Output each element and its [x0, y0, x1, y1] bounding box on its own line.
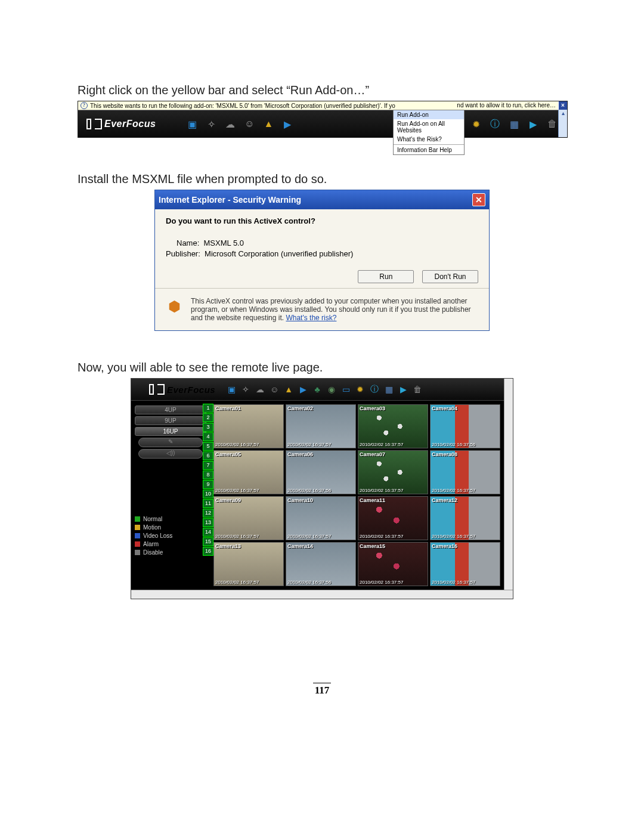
dialog-question: Do you want to run this ActiveX control?: [166, 216, 478, 225]
camera-tile[interactable]: Camera152010/02/02 16:37:57: [358, 542, 428, 586]
channel-12-button[interactable]: 12: [203, 509, 213, 518]
camera-tile[interactable]: Camera032010/02/02 16:37:57: [358, 404, 428, 448]
dont-run-button[interactable]: Don't Run: [422, 270, 478, 283]
monitor-icon[interactable]: ▭: [340, 384, 351, 395]
bell-icon[interactable]: ▲: [283, 384, 294, 395]
channel-3-button[interactable]: 3: [203, 423, 213, 432]
screenshot-live-page: EverFocus ▣ ✧ ☁ ☺ ▲ ▶ ♣ ◉ ▭ ✹ ⓘ ▦ ▶ 🗑 4U…: [131, 378, 513, 599]
camera-tile[interactable]: Camera132010/02/02 16:37:57: [213, 542, 284, 586]
close-icon[interactable]: ×: [558, 101, 567, 110]
cloud-icon[interactable]: ☁: [224, 117, 237, 131]
everfocus-logo: EverFocus: [149, 384, 215, 395]
publisher-value: Microsoft Corporation (unverified publis…: [205, 249, 353, 258]
everfocus-toolbar: EverFocus ▣ ✧ ☁ ☺ ▲ ▶ ✹ ⓘ ▦ ▶ 🗑: [78, 110, 567, 138]
legend-normal: Normal: [135, 516, 206, 522]
info-icon[interactable]: ⓘ: [488, 117, 501, 131]
camera-tile[interactable]: Camera082010/02/02 16:37:57: [430, 450, 500, 494]
gear-icon[interactable]: ✹: [355, 384, 366, 395]
layout-icon[interactable]: ▦: [507, 117, 521, 131]
channel-14-button[interactable]: 14: [203, 528, 213, 537]
menu-infobar-help[interactable]: Information Bar Help: [394, 145, 464, 154]
legend-disable: Disable: [135, 549, 206, 556]
view-4up-button[interactable]: 4UP: [135, 405, 206, 414]
live-sidebar: 4UP9UP16UP ✎ ◁)) NormalMotionVideo LossA…: [131, 401, 210, 590]
info-icon[interactable]: ⓘ: [369, 384, 380, 395]
user-icon[interactable]: ☺: [243, 117, 256, 131]
camera-tile[interactable]: Camera042010/02/02 16:37:56: [430, 404, 500, 448]
menu-run-addon[interactable]: Run Add-on: [394, 110, 464, 119]
whats-the-risk-link[interactable]: What's the risk?: [286, 314, 336, 322]
everfocus-logo: EverFocus: [86, 119, 156, 129]
camera-icon[interactable]: ▣: [185, 117, 199, 131]
audio-icon[interactable]: ◁)): [138, 449, 203, 459]
search-icon[interactable]: ▶: [398, 384, 408, 395]
channel-6-button[interactable]: 6: [203, 451, 213, 460]
camera-tile[interactable]: Camera062010/02/02 16:37:56: [286, 450, 356, 494]
channel-4-button[interactable]: 4: [203, 432, 213, 441]
gear-icon[interactable]: ✹: [469, 117, 482, 131]
dialog-warning-text: This ActiveX control was previously adde…: [191, 297, 478, 322]
camera-tile[interactable]: Camera122010/02/02 16:37:57: [430, 496, 500, 540]
network-icon[interactable]: ♣: [312, 384, 323, 395]
channel-15-button[interactable]: 15: [203, 537, 213, 546]
trash-icon[interactable]: 🗑: [546, 117, 559, 131]
scrollbar[interactable]: ▴: [558, 110, 567, 137]
legend-video-loss: Video Loss: [135, 532, 206, 539]
scrollbar[interactable]: [504, 379, 513, 590]
record-icon[interactable]: ▶: [281, 117, 294, 131]
close-icon[interactable]: ✕: [472, 193, 485, 206]
instruction-1: Right click on the yellow bar and select…: [78, 83, 566, 97]
ptz-icon[interactable]: ✧: [205, 117, 218, 131]
channel-10-button[interactable]: 10: [203, 490, 213, 498]
camera-tile[interactable]: Camera112010/02/02 16:37:57: [358, 496, 428, 540]
info-icon: ?: [80, 102, 88, 109]
screenshot-ie-bar: ? This website wants to run the followin…: [78, 101, 568, 138]
globe-icon[interactable]: ◉: [326, 384, 337, 395]
name-value: MSXML 5.0: [204, 239, 244, 247]
view-9up-button[interactable]: 9UP: [135, 416, 206, 425]
channel-5-button[interactable]: 5: [203, 442, 213, 451]
publisher-label: Publisher:: [166, 249, 200, 258]
layout-icon[interactable]: ▦: [383, 384, 394, 395]
camera-tile[interactable]: Camera102010/02/02 16:37:57: [286, 496, 356, 540]
search-icon[interactable]: ▶: [527, 117, 540, 131]
everfocus-toolbar: EverFocus ▣ ✧ ☁ ☺ ▲ ▶ ♣ ◉ ▭ ✹ ⓘ ▦ ▶ 🗑: [131, 379, 504, 401]
cloud-icon[interactable]: ☁: [255, 384, 265, 395]
camera-tile[interactable]: Camera022010/02/02 16:37:57: [286, 404, 356, 448]
camera-tile[interactable]: Camera012010/02/02 16:37:57: [213, 404, 284, 448]
page-number: 117: [78, 683, 566, 696]
channel-1-button[interactable]: 1: [203, 404, 213, 413]
ptz-icon[interactable]: ✧: [240, 384, 251, 395]
channel-16-button[interactable]: 16: [203, 547, 213, 556]
legend-motion: Motion: [135, 524, 206, 531]
camera-tile[interactable]: Camera052010/02/02 16:37:57: [213, 450, 284, 494]
security-warning-dialog: Internet Explorer - Security Warning ✕ D…: [154, 190, 490, 331]
channel-7-button[interactable]: 7: [203, 461, 213, 470]
camera-tile[interactable]: Camera092010/02/02 16:37:57: [213, 496, 284, 540]
channel-2-button[interactable]: 2: [203, 413, 213, 422]
run-button[interactable]: Run: [358, 270, 414, 283]
channel-13-button[interactable]: 13: [203, 518, 213, 527]
user-icon[interactable]: ☺: [269, 384, 280, 395]
name-label: Name:: [177, 239, 199, 247]
record-icon[interactable]: ▶: [298, 384, 308, 395]
channel-11-button[interactable]: 11: [203, 499, 213, 508]
trash-icon[interactable]: 🗑: [412, 384, 423, 395]
camera-tile[interactable]: Camera072010/02/02 16:37:57: [358, 450, 428, 494]
instruction-3: Now, you will able to see the remote liv…: [78, 361, 566, 374]
view-16up-button[interactable]: 16UP: [135, 427, 206, 436]
infobar-text-left: This website wants to run the following …: [90, 103, 395, 109]
camera-tile[interactable]: Camera142010/02/02 16:37:56: [286, 542, 356, 586]
mic-icon[interactable]: ✎: [138, 438, 203, 447]
channel-9-button[interactable]: 9: [203, 480, 213, 489]
channel-8-button[interactable]: 8: [203, 470, 213, 479]
camera-tile[interactable]: Camera162010/02/02 16:37:57: [430, 542, 500, 586]
bell-icon[interactable]: ▲: [262, 117, 275, 131]
dialog-titlebar: Internet Explorer - Security Warning ✕: [155, 190, 489, 209]
menu-whats-risk[interactable]: What's the Risk?: [394, 135, 464, 144]
instruction-2: Install the MSXML file when prompted to …: [78, 172, 566, 186]
camera-grid: Camera012010/02/02 16:37:57Camera022010/…: [210, 401, 504, 590]
menu-run-all[interactable]: Run Add-on on All Websites: [394, 119, 464, 135]
scrollbar[interactable]: [131, 590, 513, 599]
camera-icon[interactable]: ▣: [226, 384, 237, 395]
